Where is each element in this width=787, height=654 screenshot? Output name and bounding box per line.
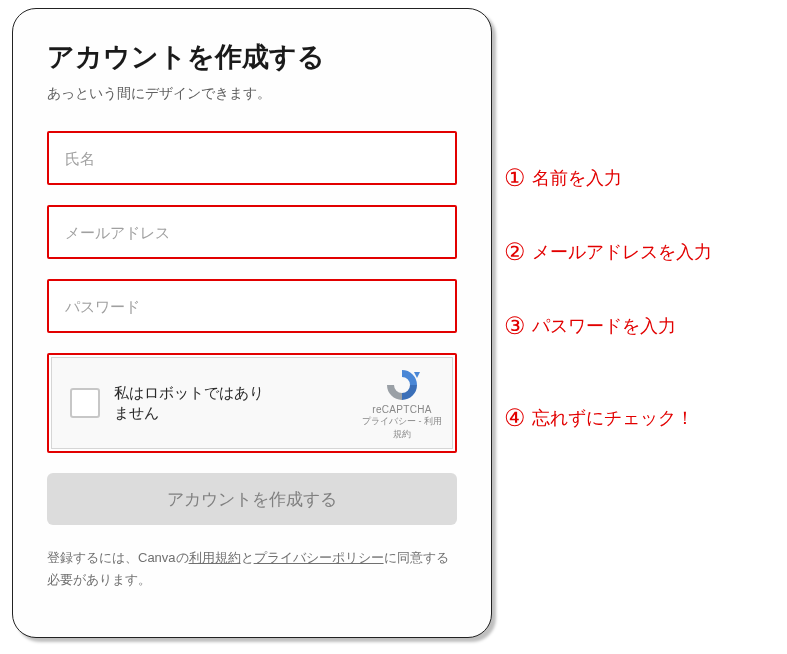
annotation-4-text: 忘れずにチェック！ — [532, 406, 694, 430]
signup-panel: アカウントを作成する あっという間にデザインできます。 私はロボットではありませ… — [12, 8, 492, 638]
svg-marker-0 — [414, 372, 420, 378]
recaptcha-label: 私はロボットではありません — [114, 383, 274, 424]
privacy-link[interactable]: プライバシーポリシー — [254, 550, 384, 565]
email-input[interactable] — [47, 205, 457, 259]
legal-pre: 登録するには、Canvaの — [47, 550, 189, 565]
page-title: アカウントを作成する — [47, 39, 457, 75]
page-subtitle: あっという間にデザインできます。 — [47, 85, 457, 103]
annotation-2-text: メールアドレスを入力 — [532, 240, 712, 264]
annotation-4: ④ 忘れずにチェック！ — [504, 404, 694, 432]
recaptcha-brand: reCAPTCHA — [362, 404, 442, 415]
annotation-1: ① 名前を入力 — [504, 164, 622, 192]
create-account-button[interactable]: アカウントを作成する — [47, 473, 457, 525]
recaptcha-icon — [384, 368, 420, 402]
annotation-3-text: パスワードを入力 — [532, 314, 676, 338]
recaptcha-inner: 私はロボットではありません reCAPTCHA プライバシー - 利用規約 — [51, 357, 453, 449]
annotation-1-num: ① — [504, 164, 526, 192]
recaptcha-logo-block: reCAPTCHA プライバシー - 利用規約 — [362, 368, 442, 441]
legal-mid: と — [241, 550, 254, 565]
password-input[interactable] — [47, 279, 457, 333]
annotation-2: ② メールアドレスを入力 — [504, 238, 712, 266]
annotation-2-num: ② — [504, 238, 526, 266]
annotation-1-text: 名前を入力 — [532, 166, 622, 190]
annotation-3-num: ③ — [504, 312, 526, 340]
legal-text: 登録するには、Canvaの利用規約とプライバシーポリシーに同意する必要があります… — [47, 547, 457, 591]
recaptcha-links[interactable]: プライバシー - 利用規約 — [362, 415, 442, 441]
name-input[interactable] — [47, 131, 457, 185]
annotation-4-num: ④ — [504, 404, 526, 432]
terms-link[interactable]: 利用規約 — [189, 550, 241, 565]
recaptcha-widget: 私はロボットではありません reCAPTCHA プライバシー - 利用規約 — [47, 353, 457, 453]
annotation-3: ③ パスワードを入力 — [504, 312, 676, 340]
recaptcha-checkbox[interactable] — [70, 388, 100, 418]
